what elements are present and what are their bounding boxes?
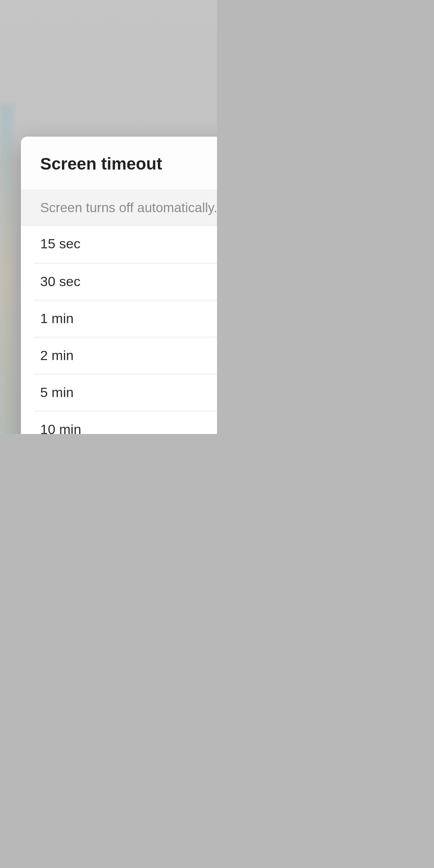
option-label: 1 min bbox=[40, 311, 74, 327]
option-10-min[interactable]: 10 min bbox=[34, 411, 217, 434]
option-label: 15 sec bbox=[40, 236, 80, 252]
dialog-description: Screen turns off automatically. bbox=[21, 190, 217, 226]
timeout-options: 15 sec 30 sec 1 min 2 min 5 min 10 min bbox=[21, 226, 217, 434]
option-5-min[interactable]: 5 min bbox=[34, 374, 217, 411]
option-15-sec[interactable]: 15 sec bbox=[21, 226, 217, 263]
option-label: 5 min bbox=[40, 385, 74, 401]
option-label: 10 min bbox=[40, 422, 81, 434]
option-label: 2 min bbox=[40, 348, 74, 364]
option-1-min[interactable]: 1 min bbox=[34, 300, 217, 337]
dialog-title: Screen timeout bbox=[21, 137, 217, 190]
option-2-min[interactable]: 2 min bbox=[34, 337, 217, 374]
status-bar: 100% 11:08 AM bbox=[0, 0, 217, 19]
option-label: 30 sec bbox=[40, 274, 80, 290]
screen-timeout-dialog: Screen timeout Screen turns off automati… bbox=[21, 137, 217, 434]
background-hint bbox=[0, 104, 13, 434]
option-30-sec[interactable]: 30 sec bbox=[34, 263, 217, 300]
